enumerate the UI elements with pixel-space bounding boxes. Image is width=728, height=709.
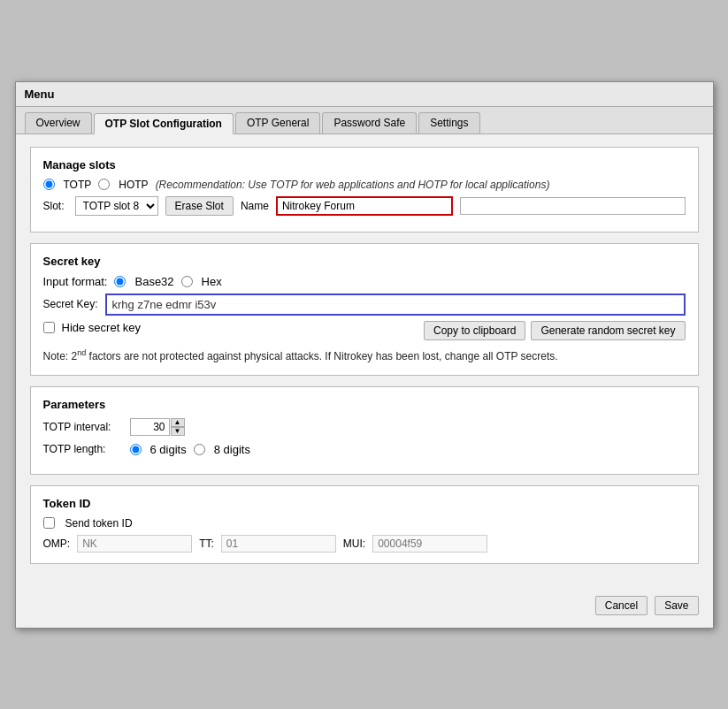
tab-overview[interactable]: Overview bbox=[25, 112, 92, 133]
digits-6-label: 6 digits bbox=[150, 443, 187, 456]
slot-label: Slot: bbox=[43, 200, 65, 212]
name-label: Name bbox=[241, 200, 269, 212]
hex-radio[interactable] bbox=[181, 276, 193, 287]
base32-radio[interactable] bbox=[114, 276, 126, 287]
name-input-extra[interactable] bbox=[460, 197, 686, 215]
token-id-title: Token ID bbox=[43, 497, 686, 510]
cancel-button[interactable]: Cancel bbox=[595, 596, 648, 615]
secret-key-row: Secret Key: bbox=[43, 294, 686, 316]
tt-label: TT: bbox=[199, 537, 214, 550]
main-content: Manage slots TOTP HOTP (Recommendation: … bbox=[16, 134, 713, 587]
tab-settings[interactable]: Settings bbox=[418, 112, 479, 133]
totp-radio[interactable] bbox=[43, 179, 55, 190]
tt-input[interactable] bbox=[221, 535, 336, 553]
omp-input[interactable] bbox=[77, 535, 192, 553]
totp-length-row: TOTP length: 6 digits 8 digits bbox=[43, 443, 686, 456]
note-sup: nd bbox=[77, 348, 86, 357]
tab-password-safe[interactable]: Password Safe bbox=[322, 112, 417, 133]
tab-otp-slot[interactable]: OTP Slot Configuration bbox=[94, 113, 234, 134]
name-input[interactable] bbox=[276, 196, 453, 216]
slot-row: Slot: TOTP slot 8 Erase Slot Name bbox=[43, 196, 686, 216]
action-buttons: Copy to clipboard Generate random secret… bbox=[148, 321, 685, 340]
mui-label: MUI: bbox=[343, 537, 365, 550]
format-label: Input format: bbox=[43, 275, 108, 288]
secret-key-label: Secret Key: bbox=[43, 298, 98, 310]
erase-slot-button[interactable]: Erase Slot bbox=[165, 196, 234, 216]
note-part2: factors are not protected against physic… bbox=[86, 350, 557, 362]
mui-input[interactable] bbox=[372, 535, 487, 553]
totp-length-label: TOTP length: bbox=[43, 443, 123, 455]
totp-interval-input[interactable] bbox=[130, 418, 170, 436]
footer-row: Cancel Save bbox=[16, 587, 713, 628]
format-row: Input format: Base32 Hex bbox=[43, 275, 686, 288]
digits-8-label: 8 digits bbox=[214, 443, 250, 456]
generate-button[interactable]: Generate random secret key bbox=[531, 321, 685, 340]
window-title: Menu bbox=[16, 82, 713, 107]
send-token-label: Send token ID bbox=[65, 517, 133, 530]
omp-row: OMP: TT: MUI: bbox=[43, 535, 686, 553]
parameters-title: Parameters bbox=[43, 398, 686, 411]
digits-8-radio[interactable] bbox=[194, 444, 205, 455]
totp-interval-row: TOTP interval: ▲ ▼ bbox=[43, 418, 686, 436]
manage-slots-section: Manage slots TOTP HOTP (Recommendation: … bbox=[30, 147, 699, 233]
base32-label: Base32 bbox=[134, 275, 173, 288]
secret-key-input[interactable] bbox=[105, 294, 686, 316]
secret-key-section: Secret key Input format: Base32 Hex Secr… bbox=[30, 243, 699, 376]
manage-slots-title: Manage slots bbox=[43, 158, 686, 172]
spinner-buttons: ▲ ▼ bbox=[171, 418, 185, 436]
totp-interval-label: TOTP interval: bbox=[43, 421, 123, 433]
totp-label: TOTP bbox=[64, 179, 92, 191]
totp-interval-spinner: ▲ ▼ bbox=[130, 418, 185, 436]
note-part1: Note: 2 bbox=[43, 350, 78, 362]
note-text: Note: 2nd factors are not protected agai… bbox=[43, 347, 686, 364]
hex-label: Hex bbox=[202, 275, 222, 288]
save-button[interactable]: Save bbox=[655, 596, 698, 615]
hotp-label: HOTP bbox=[119, 179, 148, 191]
hotp-radio[interactable] bbox=[98, 179, 110, 190]
hide-row: Hide secret key bbox=[43, 321, 142, 334]
slot-select[interactable]: TOTP slot 8 bbox=[75, 196, 158, 216]
parameters-section: Parameters TOTP interval: ▲ ▼ TOTP lengt… bbox=[30, 386, 699, 475]
secret-key-title: Secret key bbox=[43, 255, 686, 268]
tab-bar: Overview OTP Slot Configuration OTP Gene… bbox=[16, 107, 713, 134]
send-token-row: Send token ID bbox=[43, 517, 686, 530]
send-token-checkbox[interactable] bbox=[43, 517, 55, 529]
spinner-down[interactable]: ▼ bbox=[171, 427, 185, 436]
main-window: Menu Overview OTP Slot Configuration OTP… bbox=[15, 81, 714, 629]
otp-type-row: TOTP HOTP (Recommendation: Use TOTP for … bbox=[43, 179, 686, 191]
hide-checkbox[interactable] bbox=[43, 322, 55, 333]
hide-label: Hide secret key bbox=[62, 321, 142, 334]
recommendation-text: (Recommendation: Use TOTP for web applic… bbox=[156, 179, 550, 191]
spinner-up[interactable]: ▲ bbox=[171, 418, 185, 427]
copy-button[interactable]: Copy to clipboard bbox=[424, 321, 525, 340]
omp-label: OMP: bbox=[43, 537, 71, 550]
digits-6-radio[interactable] bbox=[130, 444, 142, 455]
tab-otp-general[interactable]: OTP General bbox=[235, 112, 320, 133]
token-id-section: Token ID Send token ID OMP: TT: MUI: bbox=[30, 485, 699, 564]
